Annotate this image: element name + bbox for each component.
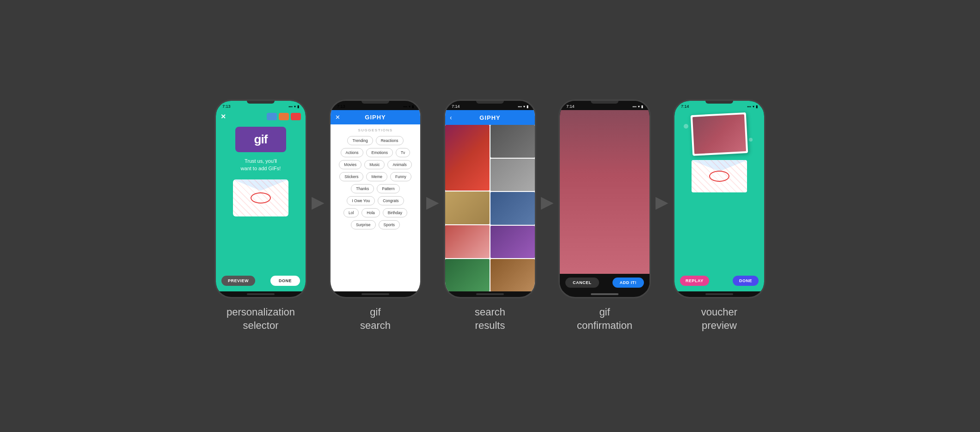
preview-button[interactable]: PREVIEW <box>221 276 255 286</box>
chip-congrats[interactable]: Congrats <box>378 196 404 205</box>
done2-button[interactable]: DONE <box>733 276 759 286</box>
screen3-content: ‹ GIPHY <box>445 110 535 291</box>
gif-thumb-6[interactable] <box>490 192 535 224</box>
signal-icon-5: ▪▪▪ <box>747 105 751 109</box>
time-2: 7:13 <box>337 104 345 109</box>
photo-card <box>691 112 748 156</box>
signal-icons-5: ▪▪▪ ▾ ▮ <box>747 105 758 109</box>
screen2-content: ✕ GIPHY SUGGESTIONS Trending Reactions A… <box>331 110 420 291</box>
screen1-buttons: PREVIEW DONE <box>216 272 306 291</box>
status-bar-4: 7:14 ▪▪▪ ▾ ▮ <box>560 101 649 110</box>
chip-stickers[interactable]: Stickers <box>339 172 363 181</box>
done-button[interactable]: DONE <box>270 276 300 286</box>
gif-thumb-1[interactable] <box>445 125 490 191</box>
chip-reactions[interactable]: Reactions <box>376 136 404 145</box>
arrow-1: ▶ <box>312 192 325 212</box>
time-3: 7:14 <box>452 104 460 109</box>
gif-thumb-4[interactable] <box>490 159 535 191</box>
gif-badge: gif <box>235 127 286 152</box>
decor-dot-1 <box>684 124 688 129</box>
screen5-buttons: REPLAY DONE <box>674 272 764 291</box>
phone-label-1: personalizationselector <box>227 306 295 332</box>
chip-birthday[interactable]: Birthday <box>383 208 407 217</box>
chip-music[interactable]: Music <box>364 160 385 169</box>
chip-animals[interactable]: Animals <box>387 160 411 169</box>
cancel-button[interactable]: CANCEL <box>565 278 599 288</box>
signal-icons-2: ▪▪▪ ▾ ▮ <box>403 105 414 109</box>
gif-preview-image <box>560 110 649 274</box>
chip-lol[interactable]: Lol <box>343 208 359 217</box>
giphy-title-3: GIPHY <box>479 114 500 121</box>
gif-thumb-7[interactable] <box>445 259 490 292</box>
chip-iowe[interactable]: I Owe You <box>347 196 375 205</box>
gif-thumb-2[interactable] <box>490 125 535 157</box>
suggestions-row-4: Thanks Pattern <box>336 184 415 193</box>
chip-trending[interactable]: Trending <box>347 136 373 145</box>
battery-icon-5: ▮ <box>756 105 758 109</box>
suggestions-row-6: Lol Hola Birthday <box>336 208 415 217</box>
gif-thumb-3[interactable] <box>445 191 490 224</box>
chip-tv[interactable]: Tv <box>396 148 410 157</box>
home-bar-3 <box>476 293 504 295</box>
giphy-header-3: ‹ GIPHY <box>445 110 535 125</box>
chip-actions[interactable]: Actions <box>341 148 364 157</box>
chip-movies[interactable]: Movies <box>339 160 361 169</box>
battery-icon-3: ▮ <box>527 105 528 109</box>
signal-icon-4: ▪▪▪ <box>632 105 637 109</box>
giphy-title-2: GIPHY <box>365 114 386 121</box>
close-icon[interactable]: ✕ <box>220 113 226 120</box>
chip-meme[interactable]: Meme <box>366 172 387 181</box>
time-4: 7:14 <box>566 104 575 109</box>
signal-icon-3: ▪▪▪ <box>518 105 522 109</box>
time-5: 7:14 <box>681 104 689 109</box>
chip-hola[interactable]: Hola <box>361 208 380 217</box>
suggestions-row-5: I Owe You Congrats <box>336 196 415 205</box>
gif-thumb-5[interactable] <box>445 225 490 258</box>
add-it-button[interactable]: ADD IT! <box>612 278 644 288</box>
gif-col-left <box>445 125 490 291</box>
icon-box-orange <box>279 113 289 120</box>
phone-1: 7:13 ▪▪▪ ▾ ▮ ✕ gif <box>214 99 307 298</box>
home-bar-5 <box>705 293 733 295</box>
phone-label-2: gifsearch <box>360 306 391 332</box>
gif-thumb-8[interactable] <box>490 226 535 258</box>
back-arrow-icon[interactable]: ‹ <box>450 114 452 121</box>
screen5-ribbon <box>705 169 733 183</box>
envelope-illustration <box>233 179 288 216</box>
phone-container-3: 7:14 ▪▪▪ ▾ ▮ ‹ GIPHY <box>444 99 536 332</box>
gif-thumb-9[interactable] <box>490 259 535 291</box>
phone-5: 7:14 ▪▪▪ ▾ ▮ <box>673 99 766 298</box>
signal-icons-3: ▪▪▪ ▾ ▮ <box>518 105 528 109</box>
screen4-content: CANCEL ADD IT! <box>560 110 649 291</box>
person-image <box>560 110 649 274</box>
chip-pattern[interactable]: Pattern <box>377 184 399 193</box>
phone-container-2: 7:13 ▪▪▪ ▾ ▮ ✕ GIPHY SUGGESTIONS Trendin… <box>329 99 422 332</box>
decor-dot-2 <box>749 138 753 142</box>
home-bar-2 <box>361 293 389 295</box>
phone-2: 7:13 ▪▪▪ ▾ ▮ ✕ GIPHY SUGGESTIONS Trendin… <box>329 99 422 298</box>
suggestions-label: SUGGESTIONS <box>331 124 420 134</box>
chip-thanks[interactable]: Thanks <box>351 184 374 193</box>
gif-col-right <box>490 125 535 291</box>
replay-button[interactable]: REPLAY <box>680 276 709 286</box>
screen1-top-bar: ✕ <box>216 110 306 123</box>
wifi-icon-4: ▾ <box>638 105 640 109</box>
phone-4: 7:14 ▪▪▪ ▾ ▮ CANCEL ADD IT! <box>558 99 651 298</box>
chip-emotions[interactable]: Emotions <box>366 148 392 157</box>
envelope-ribbon <box>247 191 275 205</box>
suggestions-row-0: Trending Reactions <box>336 136 415 145</box>
battery-icon: ▮ <box>297 105 299 109</box>
phone-container-1: 7:13 ▪▪▪ ▾ ▮ ✕ gif <box>214 99 307 332</box>
signal-icons-1: ▪▪▪ ▾ ▮ <box>288 105 299 109</box>
suggestions-row-3: Stickers Meme Funny <box>336 172 415 181</box>
trust-text: Trust us, you'llwant to add GIFs! <box>241 158 281 172</box>
wifi-icon-2: ▾ <box>409 105 410 109</box>
screen5-envelope <box>692 160 747 192</box>
chip-surprise[interactable]: Surprise <box>351 220 376 229</box>
chip-sports[interactable]: Sports <box>379 220 400 229</box>
confirmation-buttons: CANCEL ADD IT! <box>560 274 649 291</box>
time-1: 7:13 <box>222 104 231 109</box>
giphy-close-icon[interactable]: ✕ <box>335 114 340 121</box>
arrow-3: ▶ <box>541 192 554 212</box>
chip-funny[interactable]: Funny <box>390 172 411 181</box>
